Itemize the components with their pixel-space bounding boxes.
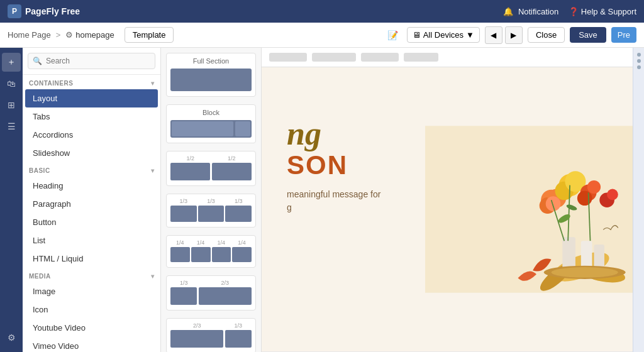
svg-point-15 [565,171,586,192]
template-two-thirds-one-third[interactable]: 2/31/3 [166,318,256,352]
template-third-preview [170,206,252,222]
right-panel-dot-1 [637,53,641,57]
icon-sidebar-bottom: ⚙ [2,328,21,352]
svg-point-8 [551,267,618,278]
grid-icon[interactable]: ⊞ [2,96,21,114]
template-third[interactable]: 1/31/31/3 [166,194,256,228]
sidebar-item-slideshow[interactable]: Slideshow [25,144,158,162]
template-block-preview [170,120,252,138]
logo-icon: P [8,4,21,18]
svg-rect-5 [580,241,592,270]
svg-point-24 [557,212,571,224]
template-full-section[interactable]: Full Section [166,53,256,97]
fraction-label-third: 1/31/31/3 [170,198,252,204]
sidebar-item-heading[interactable]: Heading [25,177,158,195]
templates-panel: Full Section Block 1/21/2 1/31/31/3 [161,48,262,352]
section-basic: BASIC ▾ [23,162,160,177]
sidebar-item-button[interactable]: Button [25,213,158,231]
canvas-body-text: meaningful message forg [287,188,380,214]
caret-icon: ▾ [151,80,155,87]
floral-decoration [425,67,633,351]
svg-point-18 [577,191,592,206]
topbar-right: 🔔 Notification ❓ Help & Support [503,7,636,16]
fraction-label-quarter: 1/41/41/41/4 [170,239,252,246]
save-button[interactable]: Save [570,27,606,43]
icon-sidebar: ＋ 🛍 ⊞ ☰ ⚙ [0,48,23,352]
store-icon[interactable]: 🛍 [2,74,21,93]
sidebar-item-vimeo[interactable]: Vimeo Video [25,337,158,352]
format-text-button[interactable]: 📝 [384,28,402,43]
sidebar-item-tabs[interactable]: Tabs [25,107,158,126]
help-btn[interactable]: ❓ Help & Support [569,7,636,16]
sidebar-item-accordions[interactable]: Accordions [25,126,158,144]
template-half[interactable]: 1/21/2 [166,151,256,186]
fraction-label-two-thirds: 2/31/3 [170,322,252,329]
svg-point-25 [565,204,577,212]
template-full-section-preview [170,69,252,91]
fraction-label-one-third: 1/32/3 [170,280,252,286]
canvas-heading-line2: SON [287,150,380,180]
bell-icon: 🔔 [503,7,513,16]
svg-point-7 [543,266,625,279]
svg-line-21 [568,185,570,241]
svg-point-19 [599,192,614,207]
svg-point-16 [580,184,596,201]
svg-point-14 [555,182,573,200]
template-half-preview [170,163,252,180]
gear-icon: ⚙ [65,30,73,40]
canvas-heading-line1: ng [287,118,380,150]
template-block[interactable]: Block [166,104,256,143]
template-button[interactable]: Template [125,27,174,43]
preview-button[interactable]: Pre [611,27,636,43]
sidebar-item-list[interactable]: List [25,231,158,250]
svg-line-22 [551,200,564,241]
redo-button[interactable]: ▶ [505,26,523,44]
header-bar-3 [361,53,399,62]
svg-point-3 [536,261,574,295]
svg-point-2 [580,263,626,285]
sidebar-item-html-liquid[interactable]: HTML / Liquid [25,250,158,268]
svg-point-13 [558,174,580,196]
svg-point-20 [607,189,618,201]
help-icon: ❓ [569,7,579,16]
settings-icon[interactable]: ⚙ [2,328,21,347]
device-dropdown[interactable]: 🖥 All Devices ▼ [407,27,480,43]
topbar: P PageFly Free 🔔 Notification ❓ Help & S… [0,0,644,23]
section-media: MEDIA ▾ [23,268,160,282]
layers-icon[interactable]: ☰ [2,117,21,136]
logo-text: PageFly Free [25,6,80,16]
svg-point-9 [541,190,562,211]
sidebar-item-icon[interactable]: Icon [25,300,158,319]
add-element-icon[interactable]: ＋ [2,53,21,72]
template-quarter[interactable]: 1/41/41/41/4 [166,235,256,268]
breadcrumb-home[interactable]: Home Page [8,30,51,40]
breadcrumb-right: 📝 🖥 All Devices ▼ ◀ ▶ Close Save Pre [384,26,636,44]
search-wrapper: 🔍 [28,53,155,69]
elements-panel: 🔍 CONTAINERS ▾ Layout Tabs Accordions Sl… [23,48,161,352]
header-bar-1 [269,53,307,62]
svg-point-12 [545,196,560,211]
search-icon: 🔍 [33,57,42,65]
template-two-thirds-preview [170,330,252,348]
logo: P PageFly Free [8,4,80,18]
svg-point-11 [547,189,565,207]
notification-btn[interactable]: 🔔 Notification [503,7,558,16]
sidebar-item-image[interactable]: Image [25,282,158,300]
caret-icon-basic: ▾ [151,167,155,174]
breadcrumb-separator: > [56,30,61,40]
breadcrumb-current: ⚙ homepage [65,30,114,40]
breadcrumb-bar: Home Page > ⚙ homepage Template 📝 🖥 All … [0,23,644,48]
svg-line-23 [588,192,590,241]
svg-rect-4 [562,237,575,270]
close-button[interactable]: Close [528,27,565,43]
svg-point-10 [539,197,555,214]
template-one-third-two-thirds[interactable]: 1/32/3 [166,275,256,311]
svg-rect-0 [425,126,633,292]
sidebar-item-paragraph[interactable]: Paragraph [25,195,158,213]
sidebar-item-layout[interactable]: Layout [25,89,158,107]
undo-button[interactable]: ◀ [485,26,502,44]
template-full-section-label: Full Section [170,57,252,65]
search-box: 🔍 [23,48,160,75]
search-input[interactable] [28,53,155,69]
sidebar-item-youtube[interactable]: Youtube Video [25,319,158,337]
